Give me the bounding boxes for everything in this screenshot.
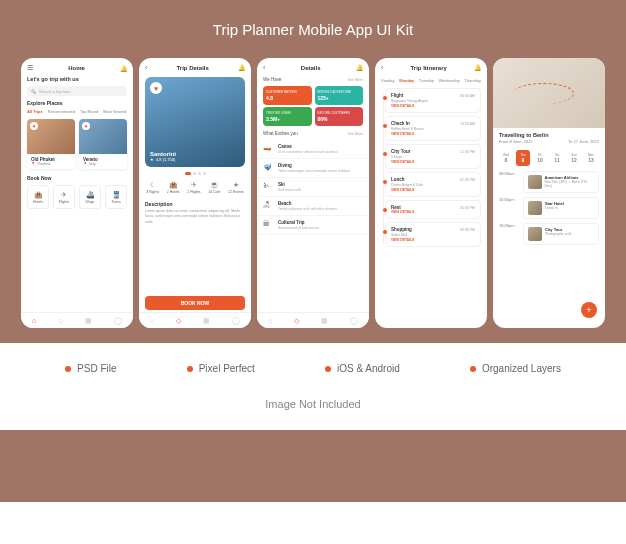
header: ‹ Details 🔔 [257,58,369,75]
nav-user-icon[interactable]: ◯ [114,317,122,325]
heart-icon[interactable]: ♥ [30,122,38,130]
card-location: 📍Italy [83,162,123,166]
cal-day[interactable]: Sat11 [550,150,564,166]
view-details-link[interactable]: VIEW DETAILS [391,132,475,136]
view-details-link[interactable]: VIEW DETAILS [391,238,475,242]
day-tabs: Sunday Monday Tuesday Wednesday Thursday [375,75,487,86]
event-card[interactable]: Flight06:00 AMSingapore Changi AirportVI… [385,88,481,113]
pin-icon: 📍 [31,162,35,166]
view-details-link[interactable]: VIEW DETAILS [391,210,475,214]
hotel-icon: 🏨 [169,181,178,189]
dot[interactable] [185,172,191,175]
day-itinerary: 08:00am American AirlinesNew York (JFK) … [493,168,605,252]
heart-icon[interactable]: ♥ [82,122,90,130]
feature-item: iOS & Android [325,363,400,374]
bell-icon[interactable]: 🔔 [474,64,481,71]
card-image: ♥ [79,119,127,154]
itin-row: 18:00pm City TourPhotographs, walk [499,223,599,245]
cal-day[interactable]: Thu9 [516,150,530,166]
event-icon: ★ [233,181,239,189]
book-hotels[interactable]: 🏨Hotels [27,185,49,209]
stat-hotels: 🏨2 Hotels [167,181,180,194]
nav-calendar-icon[interactable]: ▦ [85,317,92,325]
nav-home-icon[interactable]: ⌂ [150,317,154,324]
day-tab[interactable]: Thursday [464,78,481,83]
menu-icon[interactable]: ☰ [27,64,33,72]
mockup-title: Trip Planner Mobile App UI Kit [213,21,413,38]
book-now-button[interactable]: BOOK NOW [145,296,245,310]
add-button[interactable]: + [581,302,597,318]
itin-card[interactable]: American AirlinesNew York (JFK) → Berlin… [523,171,599,193]
stat-tiles-row2: TRUSTED USERS3.5M+ RETURN CUSTOMERS86% [257,107,369,129]
book-ships[interactable]: 🚢Ships [79,185,101,209]
see-more-link[interactable]: See More [348,132,363,136]
day-tab[interactable]: Sunday [381,78,395,83]
heart-icon[interactable]: ♥ [150,82,162,94]
activity-list: 🛶CanoeUt et consectetur ultrices ornare … [257,138,369,237]
nav-pin-icon[interactable]: ◇ [58,317,63,325]
event-card[interactable]: City Tour12:30 PM5 StopsVIEW DETAILS [385,144,481,169]
nav-user-icon[interactable]: ◯ [350,317,358,325]
nav-home-icon[interactable]: ⌂ [268,317,272,324]
event-card[interactable]: Shopping06:30 PMSelect MallVIEW DETAILS [385,222,481,247]
hotel-icon: 🏨 [34,191,43,199]
trip-stats: ☾3 Nights 🏨2 Hotels ✈2 Flights ☕14 Cafe … [139,178,251,197]
nav-calendar-icon[interactable]: ▦ [321,317,328,325]
cal-day[interactable]: Wed8 [499,150,513,166]
book-trains[interactable]: 🚆Trains [105,185,127,209]
see-more-link[interactable]: See More [348,78,363,82]
event-card[interactable]: Rest05:00 PMVIEW DETAILS [385,200,481,219]
nav-pin-icon[interactable]: ◇ [294,317,299,325]
mockup-canvas: Trip Planner Mobile App UI Kit ☰ Home 🔔 … [0,0,626,544]
header: ‹ Trip Itinerary 🔔 [375,58,487,75]
tab-top-rated[interactable]: Top Rated [80,109,98,114]
view-details-link[interactable]: VIEW DETAILS [391,160,475,164]
event-card[interactable]: Check In10:00 AMRaffles Hotel & ResortVI… [385,116,481,141]
activity-item[interactable]: ⛷SkiSed varius nulla [257,178,369,197]
activity-item[interactable]: 🏖BeachTempus placerat in id sed tellus v… [257,197,369,216]
place-card[interactable]: ♥ Veneto 📍Italy [79,119,127,169]
view-details-link[interactable]: VIEW DETAILS [391,104,475,108]
map[interactable] [493,58,605,128]
itin-card[interactable]: Star HotelCheck in [523,197,599,219]
tab-all-trips[interactable]: All Trips [27,109,43,114]
place-card[interactable]: ♥ Old Phuket 📍Thailand [27,119,75,169]
cal-day[interactable]: Fri10 [533,150,547,166]
activity-item[interactable]: 🤿DivingTellus scelerisque urna commodo r… [257,159,369,178]
dot[interactable] [203,172,206,175]
tab-recommended[interactable]: Recommended [48,109,75,114]
stat-nights: ☾3 Nights [146,181,159,194]
nav-user-icon[interactable]: ◯ [232,317,240,325]
screen-travel: Travelling to Berlin From 8 June, 2022 T… [493,58,605,328]
nav-pin-icon[interactable]: ◇ [176,317,181,325]
bell-icon[interactable]: 🔔 [120,65,127,72]
cal-day[interactable]: Sun12 [567,150,581,166]
activity-item[interactable]: 🏛Cultural TripSed euismod et sed non est [257,216,369,235]
day-tab[interactable]: Wednesday [439,78,460,83]
bell-icon[interactable]: 🔔 [238,64,245,71]
screen-trip-details: ‹ Trip Details 🔔 ♥ Santorini ★4.8 (1,750… [139,58,251,328]
tab-most-viewed[interactable]: Most Viewed [103,109,126,114]
tile-adventure: MONTHLY ADVENTURE125+ [315,86,364,105]
back-icon[interactable]: ‹ [263,64,265,71]
bell-icon[interactable]: 🔔 [356,64,363,71]
dot[interactable] [193,172,196,175]
activity-item[interactable]: 🛶CanoeUt et consectetur ultrices ornare … [257,140,369,159]
cal-day[interactable]: Mon13 [584,150,598,166]
itin-card[interactable]: City TourPhotographs, walk [523,223,599,245]
back-icon[interactable]: ‹ [145,64,147,71]
day-tab[interactable]: Monday [399,78,414,83]
search-input[interactable]: 🔍 Search a trip here [27,86,127,96]
day-tab[interactable]: Tuesday [419,78,434,83]
event-card[interactable]: Lunch02:30 PMCorner Burger & CafeVIEW DE… [385,172,481,197]
dot[interactable] [198,172,201,175]
image-note: Image Not Included [0,384,626,430]
book-flights[interactable]: ✈Flights [53,185,75,209]
search-placeholder: Search a trip here [39,89,71,94]
bullet-icon [325,366,331,372]
nav-home-icon[interactable]: ⌂ [32,317,36,324]
date-from: From 8 June, 2022 [499,139,533,144]
nav-calendar-icon[interactable]: ▦ [203,317,210,325]
back-icon[interactable]: ‹ [381,64,383,71]
view-details-link[interactable]: VIEW DETAILS [391,188,475,192]
